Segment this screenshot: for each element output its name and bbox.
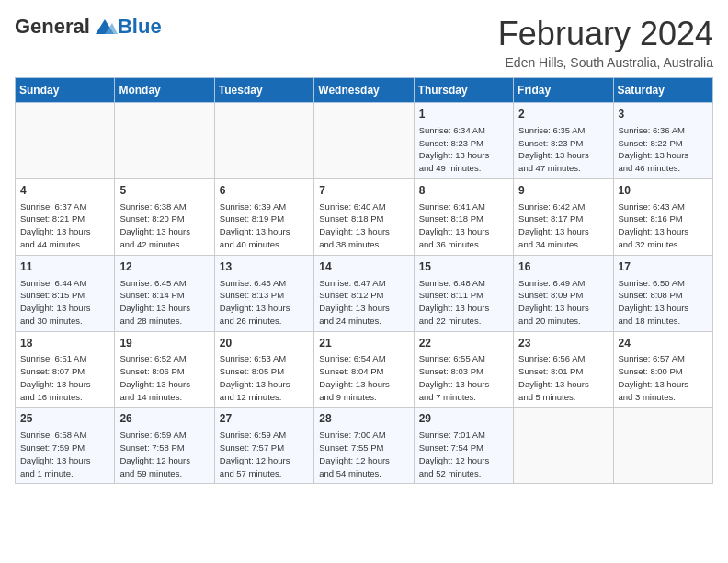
calendar-week-row: 1Sunrise: 6:34 AM Sunset: 8:23 PM Daylig… [16, 103, 713, 179]
weekday-header-tuesday: Tuesday [214, 78, 313, 103]
weekday-header-sunday: Sunday [16, 78, 115, 103]
calendar-cell [514, 408, 613, 484]
calendar-cell: 14Sunrise: 6:47 AM Sunset: 8:12 PM Dayli… [314, 255, 414, 331]
day-number: 10 [619, 183, 708, 199]
day-number: 27 [220, 411, 309, 427]
weekday-header-row: SundayMondayTuesdayWednesdayThursdayFrid… [16, 78, 713, 103]
calendar-cell: 18Sunrise: 6:51 AM Sunset: 8:07 PM Dayli… [16, 331, 115, 408]
day-number: 3 [619, 107, 708, 122]
logo-blue-text: Blue [118, 15, 162, 39]
day-info: Sunrise: 6:49 AM Sunset: 8:09 PM Dayligh… [518, 277, 608, 327]
day-number: 6 [220, 183, 309, 199]
calendar-week-row: 25Sunrise: 6:58 AM Sunset: 7:59 PM Dayli… [16, 408, 713, 484]
calendar-cell: 26Sunrise: 6:59 AM Sunset: 7:58 PM Dayli… [115, 408, 214, 484]
calendar-cell: 5Sunrise: 6:38 AM Sunset: 8:20 PM Daylig… [115, 178, 214, 255]
day-info: Sunrise: 6:45 AM Sunset: 8:14 PM Dayligh… [119, 277, 209, 327]
month-title: February 2024 [498, 15, 713, 53]
calendar-cell: 21Sunrise: 6:54 AM Sunset: 8:04 PM Dayli… [314, 331, 414, 408]
calendar-cell: 24Sunrise: 6:57 AM Sunset: 8:00 PM Dayli… [613, 331, 712, 408]
day-info: Sunrise: 6:43 AM Sunset: 8:16 PM Dayligh… [619, 201, 708, 251]
calendar-cell: 12Sunrise: 6:45 AM Sunset: 8:14 PM Dayli… [115, 255, 214, 331]
day-number: 7 [319, 183, 408, 199]
day-info: Sunrise: 6:37 AM Sunset: 8:21 PM Dayligh… [20, 201, 109, 251]
logo-icon [92, 17, 118, 36]
day-info: Sunrise: 6:47 AM Sunset: 8:12 PM Dayligh… [319, 277, 408, 327]
day-number: 11 [20, 259, 109, 275]
day-info: Sunrise: 6:39 AM Sunset: 8:19 PM Dayligh… [220, 201, 309, 251]
day-number: 13 [220, 259, 309, 275]
calendar-cell: 22Sunrise: 6:55 AM Sunset: 8:03 PM Dayli… [414, 331, 513, 408]
day-info: Sunrise: 6:50 AM Sunset: 8:08 PM Dayligh… [619, 277, 708, 327]
day-info: Sunrise: 6:40 AM Sunset: 8:18 PM Dayligh… [319, 201, 408, 251]
day-number: 16 [518, 259, 608, 275]
calendar-cell: 1Sunrise: 6:34 AM Sunset: 8:23 PM Daylig… [414, 103, 513, 179]
day-info: Sunrise: 6:41 AM Sunset: 8:18 PM Dayligh… [419, 201, 508, 251]
calendar-cell: 15Sunrise: 6:48 AM Sunset: 8:11 PM Dayli… [414, 255, 513, 331]
day-number: 23 [518, 336, 608, 351]
logo-general-text: General [15, 15, 90, 39]
calendar-cell: 16Sunrise: 6:49 AM Sunset: 8:09 PM Dayli… [514, 255, 613, 331]
page-header: General Blue February 2024 Eden Hills, S… [15, 15, 713, 70]
calendar-week-row: 18Sunrise: 6:51 AM Sunset: 8:07 PM Dayli… [16, 331, 713, 408]
calendar-cell: 29Sunrise: 7:01 AM Sunset: 7:54 PM Dayli… [414, 408, 513, 484]
day-info: Sunrise: 6:55 AM Sunset: 8:03 PM Dayligh… [419, 352, 508, 403]
day-info: Sunrise: 6:54 AM Sunset: 8:04 PM Dayligh… [319, 352, 408, 403]
weekday-header-saturday: Saturday [613, 78, 712, 103]
calendar-cell: 13Sunrise: 6:46 AM Sunset: 8:13 PM Dayli… [214, 255, 313, 331]
day-number: 25 [20, 411, 109, 427]
weekday-header-monday: Monday [115, 78, 214, 103]
day-number: 20 [220, 336, 309, 351]
day-info: Sunrise: 6:48 AM Sunset: 8:11 PM Dayligh… [419, 277, 508, 327]
calendar-cell: 7Sunrise: 6:40 AM Sunset: 8:18 PM Daylig… [314, 178, 414, 255]
day-info: Sunrise: 6:59 AM Sunset: 7:58 PM Dayligh… [119, 429, 209, 479]
calendar-cell: 28Sunrise: 7:00 AM Sunset: 7:55 PM Dayli… [314, 408, 414, 484]
calendar-cell: 20Sunrise: 6:53 AM Sunset: 8:05 PM Dayli… [214, 331, 313, 408]
day-number: 18 [20, 336, 109, 351]
day-info: Sunrise: 7:01 AM Sunset: 7:54 PM Dayligh… [419, 429, 508, 479]
calendar-cell [115, 103, 214, 179]
calendar-cell: 27Sunrise: 6:59 AM Sunset: 7:57 PM Dayli… [214, 408, 313, 484]
day-info: Sunrise: 6:38 AM Sunset: 8:20 PM Dayligh… [119, 201, 209, 251]
day-number: 9 [518, 183, 608, 199]
day-info: Sunrise: 6:58 AM Sunset: 7:59 PM Dayligh… [20, 429, 109, 479]
calendar-cell: 17Sunrise: 6:50 AM Sunset: 8:08 PM Dayli… [613, 255, 712, 331]
weekday-header-thursday: Thursday [414, 78, 513, 103]
day-number: 24 [619, 336, 708, 351]
calendar-week-row: 11Sunrise: 6:44 AM Sunset: 8:15 PM Dayli… [16, 255, 713, 331]
calendar-cell: 4Sunrise: 6:37 AM Sunset: 8:21 PM Daylig… [16, 178, 115, 255]
day-info: Sunrise: 6:42 AM Sunset: 8:17 PM Dayligh… [518, 201, 608, 251]
day-number: 8 [419, 183, 508, 199]
day-info: Sunrise: 6:44 AM Sunset: 8:15 PM Dayligh… [20, 277, 109, 327]
day-info: Sunrise: 6:36 AM Sunset: 8:22 PM Dayligh… [619, 124, 708, 175]
day-number: 19 [119, 336, 209, 351]
day-number: 5 [119, 183, 209, 199]
day-number: 17 [619, 259, 708, 275]
day-info: Sunrise: 6:51 AM Sunset: 8:07 PM Dayligh… [20, 352, 109, 403]
day-info: Sunrise: 6:52 AM Sunset: 8:06 PM Dayligh… [119, 352, 209, 403]
day-info: Sunrise: 6:34 AM Sunset: 8:23 PM Dayligh… [419, 124, 508, 175]
day-number: 4 [20, 183, 109, 199]
day-number: 29 [419, 411, 508, 427]
calendar-cell: 19Sunrise: 6:52 AM Sunset: 8:06 PM Dayli… [115, 331, 214, 408]
calendar-cell [214, 103, 313, 179]
calendar-cell: 2Sunrise: 6:35 AM Sunset: 8:23 PM Daylig… [514, 103, 613, 179]
calendar-week-row: 4Sunrise: 6:37 AM Sunset: 8:21 PM Daylig… [16, 178, 713, 255]
location-text: Eden Hills, South Australia, Australia [498, 55, 713, 70]
day-info: Sunrise: 6:57 AM Sunset: 8:00 PM Dayligh… [619, 352, 708, 403]
day-number: 28 [319, 411, 408, 427]
calendar-cell: 11Sunrise: 6:44 AM Sunset: 8:15 PM Dayli… [16, 255, 115, 331]
weekday-header-wednesday: Wednesday [314, 78, 414, 103]
logo: General Blue [15, 15, 162, 39]
calendar-cell: 3Sunrise: 6:36 AM Sunset: 8:22 PM Daylig… [613, 103, 712, 179]
calendar-cell [16, 103, 115, 179]
calendar-cell: 10Sunrise: 6:43 AM Sunset: 8:16 PM Dayli… [613, 178, 712, 255]
calendar-cell [314, 103, 414, 179]
calendar-cell: 6Sunrise: 6:39 AM Sunset: 8:19 PM Daylig… [214, 178, 313, 255]
day-info: Sunrise: 7:00 AM Sunset: 7:55 PM Dayligh… [319, 429, 408, 479]
day-number: 22 [419, 336, 508, 351]
calendar-cell: 9Sunrise: 6:42 AM Sunset: 8:17 PM Daylig… [514, 178, 613, 255]
day-number: 2 [518, 107, 608, 122]
day-number: 26 [119, 411, 209, 427]
calendar-cell: 23Sunrise: 6:56 AM Sunset: 8:01 PM Dayli… [514, 331, 613, 408]
day-info: Sunrise: 6:53 AM Sunset: 8:05 PM Dayligh… [220, 352, 309, 403]
